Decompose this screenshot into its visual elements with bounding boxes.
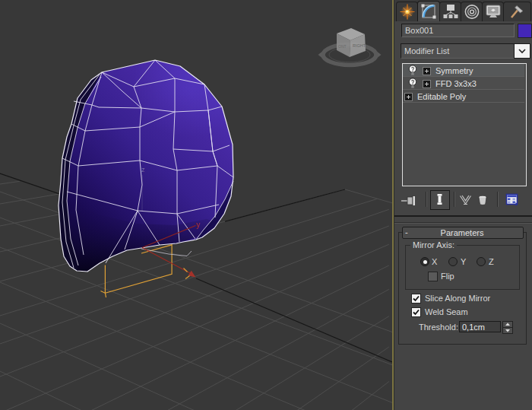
svg-text:ONT: ONT (338, 44, 347, 49)
svg-text:y: y (196, 221, 200, 229)
svg-text:z: z (141, 166, 145, 173)
svg-text:RIGHT: RIGHT (353, 43, 366, 48)
